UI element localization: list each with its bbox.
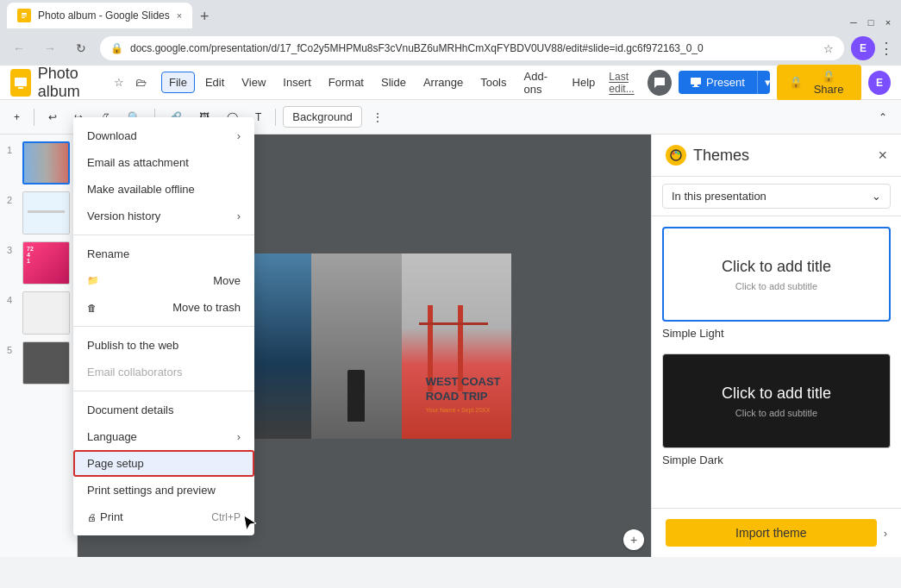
menu-edit[interactable]: Edit xyxy=(198,72,231,92)
slide-2-preview[interactable] xyxy=(22,191,70,235)
menu-view[interactable]: View xyxy=(235,72,272,92)
title-bar: Photo album - Google Slides × + ─ □ × xyxy=(0,0,901,31)
menu-item-move[interactable]: 📁 Move xyxy=(73,267,254,294)
url-text: docs.google.com/presentation/d/17_fCo2y5… xyxy=(130,42,704,54)
svg-point-13 xyxy=(678,153,680,155)
trash-icon: 🗑 xyxy=(87,303,97,313)
new-tab-button[interactable]: + xyxy=(192,4,216,28)
themes-palette-icon xyxy=(666,145,686,166)
import-theme-button[interactable]: Import theme xyxy=(666,519,877,547)
address-bar: ← → ↻ 🔒 docs.google.com/presentation/d/1… xyxy=(0,31,901,66)
browser-chrome: Photo album - Google Slides × + ─ □ × ← … xyxy=(0,0,901,66)
move-folder-icon: 📁 xyxy=(87,275,99,286)
menu-item-available-offline[interactable]: Make available offline xyxy=(73,176,254,203)
zoom-in-button[interactable]: + xyxy=(623,529,644,550)
tab-bar: Photo album - Google Slides × + ─ □ × xyxy=(7,3,894,28)
slide-5-preview[interactable] xyxy=(22,341,70,385)
svg-rect-8 xyxy=(694,84,698,86)
close-button[interactable]: × xyxy=(882,16,894,28)
refresh-button[interactable]: ↻ xyxy=(69,36,93,60)
menu-item-print-settings[interactable]: Print settings and preview xyxy=(73,477,254,504)
present-dropdown-button[interactable]: ▾ xyxy=(757,71,770,94)
document-title: Photo album xyxy=(38,65,103,101)
lock-icon: 🔒 xyxy=(110,42,123,54)
collapse-button[interactable]: ⌃ xyxy=(872,108,894,127)
forward-button[interactable]: → xyxy=(38,36,62,60)
menu-item-download[interactable]: Download › xyxy=(73,122,254,149)
menu-slide[interactable]: Slide xyxy=(374,72,413,92)
themes-footer-arrow[interactable]: › xyxy=(884,527,887,540)
slide-4-preview[interactable] xyxy=(22,291,70,335)
slide-image-middle xyxy=(311,253,402,439)
themes-title: Themes xyxy=(666,145,749,166)
bookmark-icon[interactable]: ☆ xyxy=(823,42,834,55)
svg-rect-6 xyxy=(18,87,23,89)
last-edit-text[interactable]: Last edit... xyxy=(609,71,644,95)
menu-insert[interactable]: Insert xyxy=(276,72,318,92)
menu-item-publish[interactable]: Publish to the web xyxy=(73,332,254,359)
slide-panel: 1 2 3 7241 4 xyxy=(0,134,78,557)
themes-header: Themes × xyxy=(652,134,901,177)
comment-button[interactable] xyxy=(648,70,672,96)
menu-help[interactable]: Help xyxy=(566,72,603,92)
slide-4-thumb[interactable]: 4 xyxy=(7,291,70,335)
menu-bar: Photo album ☆ 🗁 File Edit View Insert Fo… xyxy=(0,66,901,100)
slide-1-number: 1 xyxy=(7,145,19,155)
maximize-button[interactable]: □ xyxy=(865,16,877,28)
undo-button[interactable]: ↩ xyxy=(41,108,64,127)
present-button[interactable]: Present xyxy=(679,71,757,94)
slide-canvas: WEST COASTROAD TRIP Your Name • Sept 20X… xyxy=(218,253,511,439)
profile-button[interactable]: E xyxy=(851,36,875,60)
theme-dark-preview[interactable]: Click to add title Click to add subtitle xyxy=(662,353,891,448)
menu-tools[interactable]: Tools xyxy=(473,72,513,92)
folder-icon[interactable]: 🗁 xyxy=(132,73,151,92)
menu-item-rename[interactable]: Rename xyxy=(73,241,254,267)
more-options-button[interactable]: ⋮ xyxy=(366,108,390,127)
themes-close-button[interactable]: × xyxy=(878,147,887,165)
menu-item-version-history[interactable]: Version history › xyxy=(73,203,254,229)
menu-arrange[interactable]: Arrange xyxy=(416,72,470,92)
slide-5-thumb[interactable]: 5 xyxy=(7,341,70,385)
more-options-button[interactable]: ⋮ xyxy=(879,39,894,58)
tab-close-btn[interactable]: × xyxy=(177,10,182,21)
menu-item-document-details[interactable]: Document details xyxy=(73,397,254,423)
menu-format[interactable]: Format xyxy=(322,72,371,92)
theme-dark-title: Click to add title xyxy=(722,385,831,403)
address-input[interactable]: 🔒 docs.google.com/presentation/d/17_fCo2… xyxy=(100,36,844,60)
background-button[interactable]: Background xyxy=(283,106,361,128)
menu-addons[interactable]: Add-ons xyxy=(517,66,562,99)
theme-light-label: Simple Light xyxy=(662,327,891,340)
doc-action-icons: ☆ 🗁 xyxy=(109,73,151,92)
menu-file[interactable]: File xyxy=(161,72,195,93)
slide-1-thumb[interactable]: 1 xyxy=(7,141,70,185)
menu-item-email-attachment[interactable]: Email as attachment xyxy=(73,149,254,176)
star-icon[interactable]: ☆ xyxy=(109,73,128,92)
slide-3-preview[interactable]: 7241 xyxy=(22,241,70,285)
theme-light-preview[interactable]: Click to add title Click to add subtitle xyxy=(662,227,891,322)
theme-simple-dark: Click to add title Click to add subtitle… xyxy=(662,353,891,466)
slide-1-preview[interactable] xyxy=(22,141,70,185)
user-avatar[interactable]: E xyxy=(868,71,891,95)
slide-3-thumb[interactable]: 3 7241 xyxy=(7,241,70,285)
svg-point-12 xyxy=(675,151,678,153)
menu-item-print[interactable]: 🖨 Print Ctrl+P xyxy=(73,504,254,530)
theme-light-title: Click to add title xyxy=(722,258,831,276)
theme-simple-light: Click to add title Click to add subtitle… xyxy=(662,227,891,340)
download-arrow-icon: › xyxy=(237,129,241,142)
dropdown-divider-3 xyxy=(73,391,254,391)
menu-item-language[interactable]: Language › xyxy=(73,423,254,450)
menu-item-move-trash[interactable]: 🗑 Move to trash xyxy=(73,294,254,321)
share-button[interactable]: 🔒 🔒 Share xyxy=(777,65,861,101)
browser-toolbar-icons: E ⋮ xyxy=(851,36,894,60)
themes-filter-dropdown[interactable]: In this presentation ⌄ xyxy=(662,184,891,209)
filter-chevron-icon: ⌄ xyxy=(872,190,881,203)
slide-2-thumb[interactable]: 2 xyxy=(7,191,70,235)
add-slide-button[interactable]: + xyxy=(7,108,27,127)
menu-item-page-setup[interactable]: Page setup xyxy=(73,450,254,477)
slide-2-number: 2 xyxy=(7,195,19,205)
active-tab[interactable]: Photo album - Google Slides × xyxy=(7,3,192,28)
minimize-button[interactable]: ─ xyxy=(848,16,860,28)
tab-favicon xyxy=(17,9,31,22)
toolbar-right: Present ▾ 🔒 🔒 Share E xyxy=(648,65,891,101)
back-button[interactable]: ← xyxy=(7,36,31,60)
